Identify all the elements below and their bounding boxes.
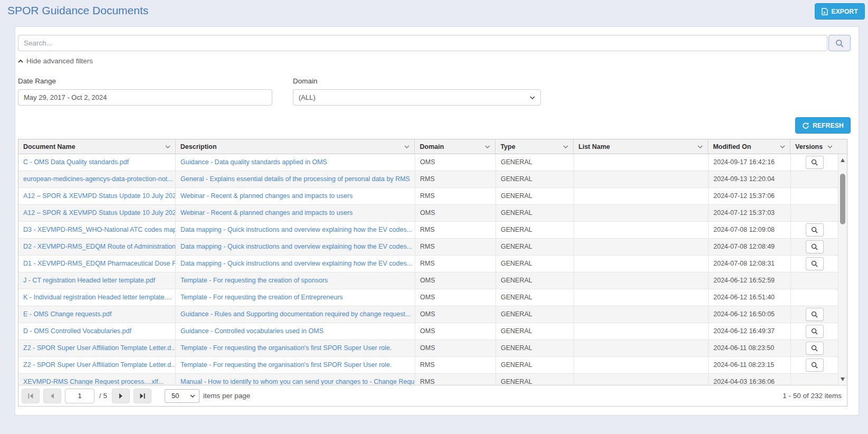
list-name-cell [574,154,709,171]
versions-magnifier-icon [811,362,818,369]
scrollbar-up-arrow[interactable] [838,156,847,164]
type-cell: GENERAL [496,171,574,187]
description-link[interactable]: Data mapping - Quick instructions and ov… [180,243,412,250]
versions-cell [791,239,838,255]
view-versions-button[interactable] [806,240,824,253]
first-page-button[interactable] [22,389,40,403]
column-menu-chevron-icon[interactable] [827,145,833,148]
view-versions-button[interactable] [806,156,824,169]
document-name-link[interactable]: E - OMS Change requests.pdf [23,310,111,318]
description-link[interactable]: Template - For requesting the organisati… [180,361,392,369]
view-versions-button[interactable] [806,342,824,355]
search-button[interactable] [828,35,851,51]
document-name-link[interactable]: J - CT registration Headed letter templa… [23,277,155,284]
table-row: J - CT registration Headed letter templa… [18,272,838,289]
view-versions-button[interactable] [806,308,824,321]
document-name-link[interactable]: C - OMS Data Quality standards.pdf [23,158,129,166]
domain-select[interactable]: (ALL) [293,89,541,106]
chevron-down-icon [190,394,195,398]
domain-cell: RMS [415,171,496,187]
description-link[interactable]: General - Explains essential details of … [180,175,410,183]
document-name-link[interactable]: D - OMS Controlled Vocabularies.pdf [23,327,131,335]
column-menu-chevron-icon[interactable] [563,145,568,148]
grid-header-row: Document Name Description Domain Type Li… [18,139,847,154]
column-header-label: List Name [578,143,610,150]
document-name-cell: A12 – SPOR & XEVMPD Status Update 10 Jul… [18,205,176,221]
view-versions-button[interactable] [806,257,824,270]
description-link[interactable]: Template - For requesting the creation o… [180,294,343,301]
view-versions-button[interactable] [806,325,824,338]
column-header[interactable]: List Name [574,139,708,154]
column-menu-chevron-icon[interactable] [485,145,490,148]
document-name-cell: A12 – SPOR & XEVMPD Status Update 10 Jul… [18,188,176,204]
document-name-link[interactable]: Z2 - SPOR Super User Affiliation Templat… [23,361,176,369]
list-name-cell [574,239,709,255]
refresh-icon [802,122,809,129]
description-cell: Data mapping - Quick instructions and ov… [176,256,415,272]
column-header[interactable]: Domain [415,139,495,154]
versions-cell [791,205,838,221]
column-menu-chevron-icon[interactable] [165,145,170,148]
document-name-cell: Z2 - SPOR Super User Affiliation Templat… [18,357,176,373]
type-cell: GENERAL [496,374,574,385]
column-header[interactable]: Versions [790,139,837,154]
versions-magnifier-icon [811,260,818,267]
last-page-icon [139,393,146,399]
domain-cell: OMS [415,154,496,171]
versions-cell [791,188,838,204]
type-cell: GENERAL [496,340,574,356]
type-cell: GENERAL [496,272,574,289]
description-link[interactable]: Manual - How to identify to whom you can… [180,378,415,385]
column-menu-chevron-icon[interactable] [780,145,785,148]
document-name-link[interactable]: D2 - XEVMPD-RMS_EDQM Route of Administra… [23,243,176,250]
description-link[interactable]: Webinar - Recent & planned changes and i… [180,209,352,216]
view-versions-button[interactable] [806,223,824,237]
domain-select-value: (ALL) [299,93,316,101]
previous-page-button[interactable] [43,389,61,403]
view-versions-button[interactable] [806,358,824,372]
vertical-scrollbar[interactable] [838,155,847,384]
column-menu-chevron-icon[interactable] [698,145,703,148]
modified-on-cell: 2024-09-17 16:42:16 [709,154,791,171]
date-range-input[interactable] [18,89,272,106]
hide-advanced-filters-link[interactable]: Hide advanced filters [18,57,93,65]
export-button[interactable]: x EXPORT [815,3,865,20]
column-header-label: Document Name [23,143,75,150]
refresh-button[interactable]: REFRESH [795,117,851,134]
document-name-link[interactable]: A12 – SPOR & XEVMPD Status Update 10 Jul… [23,209,176,216]
document-name-cell: D2 - XEVMPD-RMS_EDQM Route of Administra… [18,239,176,255]
description-link[interactable]: Data mapping - Quick instructions and ov… [180,260,412,267]
document-name-link[interactable]: european-medicines-agencys-data-protecti… [23,175,173,183]
document-name-link[interactable]: K - Individual registration Headed lette… [23,294,171,301]
search-input[interactable] [18,35,827,51]
document-name-link[interactable]: D3 - XEVMPD-RMS_WHO-National ATC codes m… [23,226,176,233]
page-size-select[interactable]: 50 [165,389,199,403]
scrollbar-thumb[interactable] [840,174,845,224]
description-link[interactable]: Data mapping - Quick instructions and ov… [180,226,412,233]
modified-on-cell: 2024-06-12 16:50:05 [709,306,791,323]
description-cell: Webinar - Recent & planned changes and i… [176,188,415,204]
previous-page-icon [49,393,55,399]
document-name-link[interactable]: XEVMPD-RMS Change Request process....xlf… [23,378,164,385]
next-page-button[interactable] [112,389,130,403]
scrollbar-down-arrow[interactable] [838,375,847,383]
document-name-link[interactable]: Z2 - SPOR Super User Affiliation Templat… [23,344,176,352]
column-header[interactable]: Type [495,139,574,154]
description-link[interactable]: Template - For requesting the organisati… [180,344,392,352]
last-page-button[interactable] [133,389,151,403]
column-header[interactable]: Document Name [18,139,176,154]
document-name-link[interactable]: A12 – SPOR & XEVMPD Status Update 10 Jul… [23,192,176,200]
document-name-cell: E - OMS Change requests.pdf [18,306,176,323]
column-header[interactable]: Modified On [708,139,790,154]
document-name-link[interactable]: D1 - XEVMPD-RMS_EDQM Pharmaceutical Dose… [23,260,176,267]
description-link[interactable]: Guidance - Rules and Supporting document… [180,310,411,318]
column-menu-chevron-icon[interactable] [404,145,409,148]
description-link[interactable]: Template - For requesting the creation o… [180,277,328,284]
description-link[interactable]: Webinar - Recent & planned changes and i… [180,192,352,200]
page-number-input[interactable] [65,389,94,403]
versions-magnifier-icon [811,227,818,233]
column-header[interactable]: Description [176,139,415,154]
description-link[interactable]: Guidance - Data quality standards applie… [180,158,327,166]
description-link[interactable]: Guidance - Controlled vocabularies used … [180,327,323,335]
domain-cell: OMS [415,306,496,323]
